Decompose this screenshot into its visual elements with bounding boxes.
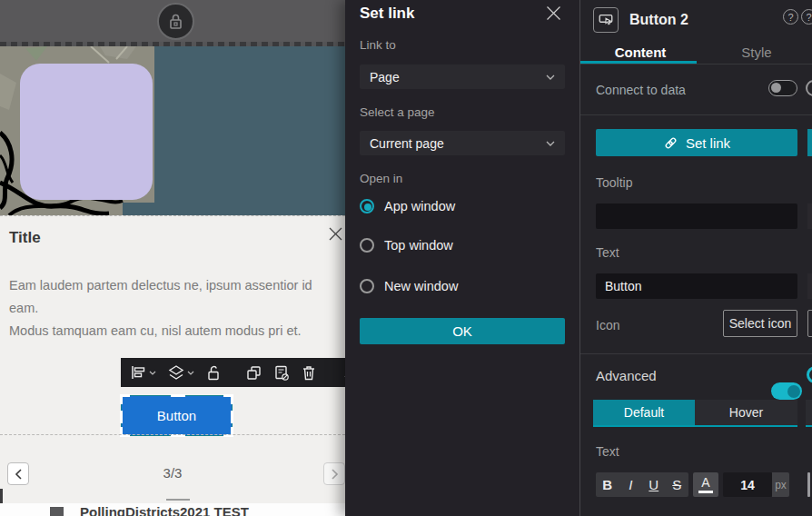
tooltip-input[interactable] [596,203,797,229]
page-count: 3/3 [0,465,345,481]
chevron-down-icon [187,371,194,375]
selection-corner[interactable] [223,394,233,404]
arrange-order-button[interactable] [165,365,197,380]
set-link-dialog: Set link Link to Page Select a page Curr… [345,0,579,516]
align-icon [131,365,146,380]
radio-top-window[interactable]: Top window [360,238,453,253]
clipped-button-edge [807,129,812,156]
selection-edge-handle[interactable] [231,411,233,423]
radio-icon [360,238,374,253]
selection-edge-handle[interactable] [120,411,123,423]
legend-item-label: PollingDistricts2021 TEST [80,504,249,516]
font-color-swatch [698,491,713,493]
app-root: Title Eam laudem partem delectus ne, ips… [0,0,812,516]
selection-corner[interactable] [223,427,233,437]
unlock-button[interactable] [203,365,223,381]
unlock-icon [206,365,221,381]
select-icon-button[interactable]: Select icon [723,310,797,337]
connect-to-data-toggle[interactable] [768,80,797,96]
chevron-down-icon [149,371,156,375]
font-style-group: B I U S [596,472,688,497]
dialog-title: Set link [360,5,414,23]
radio-icon [360,279,374,293]
lock-button[interactable] [157,3,194,40]
text-style-label: Text [596,444,619,459]
widget-toolbar [121,358,345,387]
font-size-input[interactable] [723,472,772,497]
close-icon [329,227,342,241]
purple-rectangle-widget[interactable] [20,64,153,200]
open-in-label: Open in [360,172,402,185]
dialog-close-button[interactable] [546,5,561,25]
state-tabs-underline [593,425,797,427]
trash-icon [302,365,316,381]
set-link-button[interactable]: Set link [596,129,797,156]
page-hide-icon [273,365,290,381]
font-size-unit: px [772,472,789,497]
panel-header-title: Button 2 [629,12,688,28]
button-widget-icon [593,7,619,33]
button-widget-label: Button [157,408,196,423]
clipped-tab-edge [806,400,812,425]
ok-button[interactable]: OK [360,318,565,344]
duplicate-button[interactable] [243,365,264,381]
builder-canvas: Title Eam laudem partem delectus ne, ips… [0,0,345,516]
select-page-select[interactable]: Current page [360,131,565,155]
link-icon [663,135,678,151]
selection-corner[interactable] [120,394,130,404]
panel-title: Title [9,229,41,247]
icon-label: Icon [596,318,619,332]
advanced-toggle[interactable] [771,382,802,400]
panel-close-button[interactable] [329,227,342,244]
link-to-value: Page [370,70,400,84]
button-widget-selected[interactable]: Button [121,395,233,436]
delete-button[interactable] [299,365,319,381]
advanced-label: Advanced [596,368,657,383]
link-to-select[interactable]: Page [360,64,565,89]
close-icon [546,5,561,21]
underline-button[interactable]: U [642,477,666,492]
lock-icon [168,13,183,30]
font-color-button[interactable]: A [693,472,718,497]
clipped-input-edge [807,203,812,229]
help-icon[interactable]: ? [801,9,812,25]
italic-button[interactable]: I [619,477,643,492]
page-boundary-dashed [0,434,345,435]
clipped-control-edge [807,472,810,497]
divider [580,353,812,354]
radio-new-window[interactable]: New window [360,279,458,293]
clipped-toggle-edge [806,80,812,96]
panel-body-text: Eam laudem partem delectus ne, ipsum ass… [9,274,342,342]
set-pending-button[interactable] [271,365,292,381]
text-input[interactable] [596,273,797,299]
tooltip-label: Tooltip [596,175,632,190]
help-icon[interactable]: ? [783,9,798,25]
state-tab-default[interactable]: Default [593,400,695,425]
clipped-input-edge [807,273,812,299]
divider [580,114,812,115]
state-tab-hover[interactable]: Hover [695,400,797,425]
chevron-down-icon [546,141,555,146]
widget-settings-panel: Button 2 ? ? Content Style Connect to da… [579,0,812,516]
link-to-label: Link to [360,38,396,52]
selection-corner[interactable] [120,427,130,437]
next-page-button[interactable] [323,462,345,485]
align-button[interactable] [128,365,159,380]
radio-app-window[interactable]: App window [360,199,455,213]
legend-swatch [50,507,64,516]
radio-selected-icon [360,199,374,213]
select-page-label: Select a page [360,105,435,119]
clipped-button-edge [807,310,812,337]
tab-style[interactable]: Style [698,40,812,64]
connect-to-data-label: Connect to data [596,83,686,97]
clipped-toggle-edge [807,366,812,383]
chevron-right-icon [331,469,339,480]
text-label: Text [596,245,619,260]
strikethrough-button[interactable]: S [666,477,689,492]
divider [580,64,812,64]
chevron-down-icon [546,74,555,80]
bold-button[interactable]: B [596,477,619,492]
selection-edge-handle[interactable] [171,394,185,397]
select-page-value: Current page [370,136,444,151]
clipped-underline-edge [806,425,812,427]
